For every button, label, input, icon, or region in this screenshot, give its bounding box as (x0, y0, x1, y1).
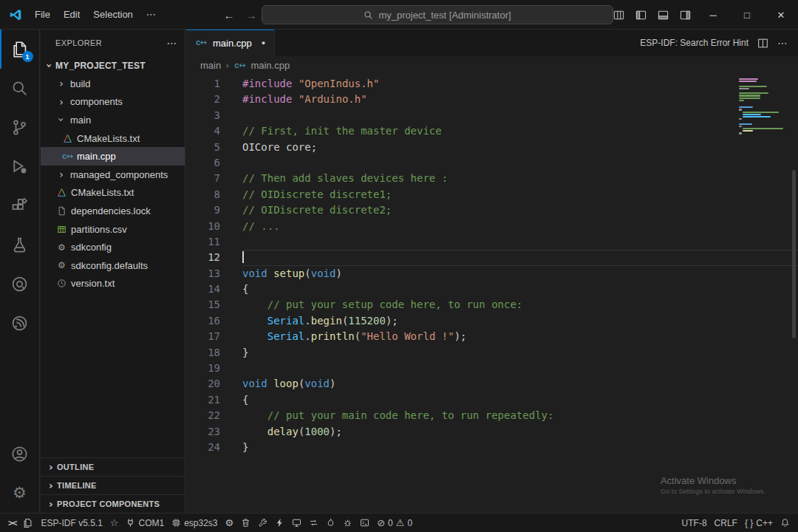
language-mode-button[interactable]: { } C++ (741, 514, 777, 532)
workspace-pages-icon[interactable] (19, 514, 37, 532)
monitor-icon[interactable] (288, 514, 305, 532)
tree-item-managed-components[interactable]: ›managed_components (41, 166, 185, 184)
build-flash-monitor-flame-icon[interactable] (322, 514, 339, 532)
activity-source-control[interactable] (0, 108, 40, 147)
editor-more-ellipsis-icon[interactable]: ⋯ (777, 37, 788, 49)
star-icon[interactable]: ☆ (106, 514, 123, 532)
code-line[interactable]: 18} (186, 345, 798, 361)
debug-bug-icon[interactable] (339, 514, 356, 532)
explorer-more-ellipsis-icon[interactable]: ⋯ (167, 37, 177, 49)
breadcrumb-folder[interactable]: main (200, 60, 221, 71)
nav-back-button[interactable]: ← (219, 0, 239, 30)
code-line[interactable]: 19 (186, 361, 798, 376)
code-line[interactable]: 13void setup(void) (186, 266, 798, 282)
tree-item-main[interactable]: ›main (41, 111, 185, 129)
code-editor[interactable]: 1#include "OpenIndus.h"2#include "Arduin… (186, 75, 798, 513)
code-line[interactable]: 16 Serial.begin(115200); (186, 313, 798, 329)
menuconfig-gear-icon[interactable]: ⚙ (222, 514, 238, 532)
extensions-icon (11, 197, 28, 214)
activity-espressif[interactable] (0, 304, 40, 343)
tab-main-cpp[interactable]: C++ main.cpp ● (186, 30, 275, 56)
problems-button[interactable]: ⊘ 0 ⚠ 0 (373, 514, 416, 532)
tree-item-cmakelists-txt[interactable]: CMakeLists.txt (41, 184, 185, 202)
menu-selection[interactable]: Selection (86, 7, 139, 22)
title-bar: File Edit Selection ⋯ ← → my_project_tes… (0, 0, 798, 30)
code-line[interactable]: 7// Then add slaves devices here : (186, 171, 798, 186)
close-button[interactable]: ✕ (764, 0, 798, 30)
tree-item-dependencies-lock[interactable]: dependencies.lock (41, 202, 185, 220)
full-clean-trash-icon[interactable] (237, 514, 254, 532)
scrollbar-thumb[interactable] (792, 170, 796, 338)
section-outline[interactable]: › OUTLINE (41, 457, 185, 476)
flash-lightning-icon[interactable] (271, 514, 288, 532)
split-editor-icon[interactable] (757, 38, 768, 49)
activity-testing[interactable] (0, 225, 40, 265)
toggle-secondary-sidebar-icon[interactable] (674, 0, 696, 30)
serial-port-button[interactable]: COM1 (122, 514, 168, 532)
code-line[interactable]: 14{ (186, 282, 798, 297)
activity-run-debug[interactable] (0, 147, 40, 186)
espidf-version-button[interactable]: ESP-IDF v5.5.1 (37, 514, 106, 532)
section-timeline[interactable]: › TIMELINE (41, 476, 185, 494)
code-line[interactable]: 2#include "Arduino.h" (186, 92, 798, 107)
nav-forward-button[interactable]: → (241, 0, 262, 30)
flash-method-swap-icon[interactable] (305, 514, 322, 532)
toggle-primary-sidebar-icon[interactable] (630, 0, 652, 30)
line-number: 19 (186, 361, 220, 376)
code-line[interactable]: 12 (186, 250, 798, 265)
breadcrumb-file[interactable]: main.cpp (250, 60, 290, 71)
activity-settings[interactable]: ⚙ (0, 474, 40, 513)
bell-icon[interactable] (777, 514, 794, 532)
toggle-columns-layout-icon[interactable] (607, 0, 630, 30)
tree-item-main-cpp[interactable]: C++main.cpp (41, 147, 185, 166)
minimap[interactable] (739, 78, 782, 135)
code-line[interactable]: 17 Serial.println("Hello World !"); (186, 329, 798, 344)
build-wrench-icon[interactable] (254, 514, 271, 532)
code-line[interactable]: 5OICore core; (186, 140, 798, 155)
code-line[interactable]: 9// OIDiscrete discrete2; (186, 202, 798, 218)
tree-item-version-txt[interactable]: version.txt (41, 275, 185, 293)
code-line[interactable]: 20void loop(void) (186, 376, 798, 392)
eol-button[interactable]: CRLF (711, 514, 741, 532)
project-root-row[interactable]: › MY_PROJECT_TEST (41, 56, 185, 75)
code-line[interactable]: 21{ (186, 392, 798, 408)
line-number: 8 (186, 187, 220, 202)
code-line[interactable]: 1#include "OpenIndus.h" (186, 76, 798, 92)
tree-item-sdkconfig-defaults[interactable]: ⚙sdkconfig.defaults (41, 256, 185, 275)
encoding-button[interactable]: UTF-8 (678, 514, 711, 532)
activity-extensions[interactable] (0, 186, 40, 225)
terminal-icon[interactable] (356, 514, 373, 532)
menu-more-ellipsis-icon[interactable]: ⋯ (140, 7, 163, 22)
toggle-panel-icon[interactable] (652, 0, 674, 30)
maximize-button[interactable]: □ (730, 0, 764, 30)
tree-item-build[interactable]: ›build (41, 75, 185, 93)
code-line[interactable]: 6 (186, 155, 798, 171)
line-number: 22 (186, 408, 220, 423)
code-line[interactable]: 4// First, init the master device (186, 123, 798, 139)
code-line[interactable]: 11 (186, 234, 798, 250)
command-center-search[interactable]: my_project_test [Administrator] (262, 5, 613, 24)
menu-file[interactable]: File (28, 7, 57, 22)
tree-item-partitions-csv[interactable]: partitions.csv (41, 220, 185, 239)
device-target-button[interactable]: esp32s3 (168, 514, 221, 532)
remote-indicator-button[interactable]: >< (4, 514, 19, 532)
menu-edit[interactable]: Edit (57, 7, 86, 22)
tree-item-components[interactable]: ›components (41, 93, 185, 112)
code-line[interactable]: 24} (186, 440, 798, 455)
code-line[interactable]: 15 // put your setup code here, to run o… (186, 297, 798, 313)
tree-item-sdkconfig[interactable]: ⚙sdkconfig (41, 238, 185, 256)
code-line[interactable]: 23 delay(1000); (186, 424, 798, 440)
status-bar: >< ESP-IDF v5.5.1 ☆ COM1 esp32s3 ⚙ (0, 513, 798, 532)
activity-explorer[interactable]: 1 (0, 30, 40, 69)
code-line[interactable]: 3 (186, 108, 798, 123)
activity-accounts[interactable] (0, 434, 40, 474)
section-project-components[interactable]: › PROJECT COMPONENTS (41, 494, 185, 513)
code-line[interactable]: 8// OIDiscrete discrete1; (186, 187, 798, 202)
minimize-button[interactable]: ─ (696, 0, 730, 30)
tree-item-cmakelists-txt[interactable]: CMakeLists.txt (41, 129, 185, 148)
code-line[interactable]: 10// ... (186, 219, 798, 234)
code-line[interactable]: 22 // put your main code here, to run re… (186, 408, 798, 423)
activity-search[interactable] (0, 69, 40, 108)
line-number: 6 (186, 155, 220, 171)
activity-espidf[interactable] (0, 265, 40, 304)
